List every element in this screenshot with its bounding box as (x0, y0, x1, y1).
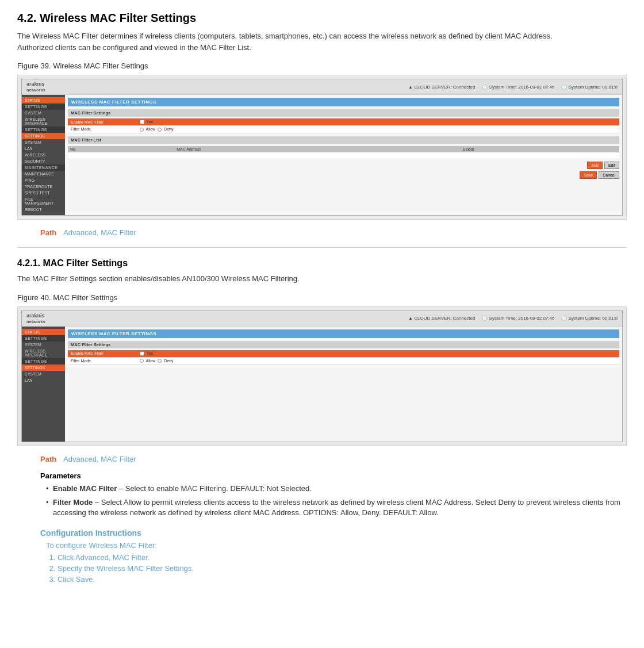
sidebar-status-2[interactable]: STATUS (22, 329, 65, 335)
sidebar-wireless-1[interactable]: WIRELESS (22, 152, 65, 158)
param-desc-filter-mode: – Select Allow to permit wireless client… (53, 498, 620, 517)
divider-1 (17, 247, 627, 248)
section-desc-4-2-1: The MAC Filter Settings section enables/… (17, 273, 581, 285)
screen-sidebar-2: STATUS SETTINGS SYSTEM WIRELESS INTERFAC… (22, 327, 65, 442)
filter-mode-row-1: Filter Mode Allow Deny (68, 126, 619, 133)
sidebar-system-1[interactable]: SYSTEM (22, 110, 65, 116)
param-filter-mode: Filter Mode – Select Allow to permit wir… (46, 497, 627, 518)
sidebar-header-settings2-1: SETTINGS (22, 126, 65, 133)
path-label-1: Path (40, 228, 56, 237)
save-button-1[interactable]: Save (580, 171, 597, 179)
enable-mac-filter-row-2: Enable MAC Filter Yes (68, 350, 619, 358)
mac-filter-settings-label-2: MAC Filter Settings (68, 341, 619, 348)
param-desc-enable: – Select to enable MAC Filtering. DEFAUL… (119, 484, 312, 493)
table-col-mac-1: MAC Address (174, 146, 460, 152)
sidebar-lan-2[interactable]: LAN (22, 377, 65, 384)
mac-filter-settings-label-1: MAC Filter Settings (68, 109, 619, 117)
filter-mode-row-2: Filter Mode Allow Deny (68, 358, 619, 365)
sidebar-header-settings2-2: SETTINGS (22, 358, 65, 365)
sidebar-security-1[interactable]: SECURITY (22, 158, 65, 164)
sidebar-traceroute-1[interactable]: TRACEROUTE (22, 183, 65, 190)
sidebar-filemgmt-1[interactable]: FILE MANAGEMENT (22, 196, 65, 206)
sidebar-wireless-interface-1[interactable]: WIRELESS INTERFACE (22, 116, 65, 126)
add-button-1[interactable]: Add (587, 162, 602, 169)
topbar-right-2: ▲ CLOUD SERVER: Connected 🕑 System Time:… (408, 316, 618, 321)
screen-topbar-1: araknisnetworks ▲ CLOUD SERVER: Connecte… (22, 79, 622, 95)
screen-layout-1: STATUS SETTINGS SYSTEM WIRELESS INTERFAC… (22, 95, 622, 215)
sidebar-speedtest-1[interactable]: SPEED TEST (22, 190, 65, 196)
sidebar-reboot-1[interactable]: REBOOT (22, 206, 65, 213)
sidebar-system2-2[interactable]: SYSTEM (22, 371, 65, 377)
logo-1: araknisnetworks (26, 81, 45, 93)
enable-mac-filter-label-1: Enable MAC Filter (71, 120, 140, 124)
config-step-1: Click Advanced, MAC Filter. (57, 553, 627, 562)
edit-button-1[interactable]: Edit (604, 162, 619, 169)
enable-mac-filter-row-1: Enable MAC Filter Yes (68, 118, 619, 126)
btn-row-save-cancel-1: Save Cancel (68, 171, 619, 179)
filter-mode-value-2: Allow Deny (140, 359, 173, 363)
filter-mode-value-1: Allow Deny (140, 127, 173, 132)
sidebar-system2-1[interactable]: SYSTEM (22, 139, 65, 145)
table-empty-row-1 (68, 152, 619, 159)
sidebar-settings2-1[interactable]: SETTINGS (22, 133, 65, 139)
config-step-3: Click Save. (57, 575, 627, 584)
param-name-enable: Enable MAC Filter (53, 484, 117, 493)
screen-layout-2: STATUS SETTINGS SYSTEM WIRELESS INTERFAC… (22, 327, 622, 442)
param-name-filter-mode: Filter Mode (53, 498, 93, 507)
config-intro: To configure Wireless MAC Filter: (46, 541, 627, 550)
system-uptime-2: 🕑 System Uptime: 00:01:0 (561, 316, 618, 321)
sidebar-system-2[interactable]: SYSTEM (22, 342, 65, 348)
parameters-list: Enable MAC Filter – Select to enable MAC… (46, 484, 627, 519)
system-uptime-1: 🕑 System Uptime: 00:01:0 (561, 85, 618, 90)
path-row-2: Path Advanced, MAC Filter (40, 455, 627, 463)
cloud-status-1: ▲ CLOUD SERVER: Connected (408, 85, 475, 90)
sidebar-header-maint-1: MAINTENANCE (22, 164, 65, 171)
section-4-2: 4.2. Wireless MAC Filter Settings The Wi… (17, 11, 627, 237)
figure-label-4-2: Figure 39. Wireless MAC Filter Settings (17, 62, 627, 70)
config-title: Configuration Instructions (40, 528, 627, 538)
filter-mode-label-2: Filter Mode (71, 359, 140, 363)
mac-filter-list-label-1: MAC Filter List (68, 136, 619, 144)
screen-inner-2: araknisnetworks ▲ CLOUD SERVER: Connecte… (21, 310, 623, 442)
sidebar-wireless-interface-2[interactable]: WIRELESS INTERFACE (22, 348, 65, 358)
screen-page-title-1: WIRELESS MAC FILTER SETTINGS (68, 98, 619, 106)
sidebar-maintenance-1[interactable]: MAINTENANCE (22, 171, 65, 177)
enable-mac-filter-value-1: Yes (140, 120, 153, 124)
sidebar-settings2-2[interactable]: SETTINGS (22, 365, 65, 371)
logo-2: araknisnetworks (26, 313, 45, 324)
cancel-button-1[interactable]: Cancel (599, 171, 619, 179)
table-col-delete-1: Delete (461, 146, 619, 152)
screenshot-2: araknisnetworks ▲ CLOUD SERVER: Connecte… (17, 306, 627, 446)
sidebar-lan-1[interactable]: LAN (22, 145, 65, 152)
config-instructions-section: Configuration Instructions To configure … (40, 528, 627, 584)
system-time-2: 🕑 System Time: 2016-09-02 07:46 (482, 316, 554, 321)
screen-content-1: WIRELESS MAC FILTER SETTINGS MAC Filter … (65, 95, 622, 215)
param-enable-mac: Enable MAC Filter – Select to enable MAC… (46, 484, 627, 494)
path-row-1: Path Advanced, MAC Filter (40, 228, 627, 237)
cloud-status-2: ▲ CLOUD SERVER: Connected (408, 316, 475, 321)
path-value-1: Advanced, MAC Filter (63, 228, 136, 237)
screen-page-title-2: WIRELESS MAC FILTER SETTINGS (68, 329, 619, 338)
path-value-2: Advanced, MAC Filter (63, 455, 136, 463)
sidebar-header-settings-2: SETTINGS (22, 335, 65, 342)
screen-topbar-2: araknisnetworks ▲ CLOUD SERVER: Connecte… (22, 311, 622, 327)
mac-filter-table-1: No. MAC Address Delete (68, 146, 619, 159)
system-time-1: 🕑 System Time: 2016-09-02 07:46 (482, 85, 554, 90)
section-4-2-1: 4.2.1. MAC Filter Settings The MAC Filte… (17, 258, 627, 584)
sidebar-header-settings-1: SETTINGS (22, 103, 65, 110)
enable-mac-filter-label-2: Enable MAC Filter (71, 351, 140, 355)
section-title-4-2: 4.2. Wireless MAC Filter Settings (17, 11, 627, 25)
screen-sidebar-1: STATUS SETTINGS SYSTEM WIRELESS INTERFAC… (22, 95, 65, 215)
enable-mac-filter-value-2: Yes (140, 351, 153, 356)
table-col-no-1: No. (68, 146, 174, 152)
parameters-title: Parameters (40, 471, 627, 480)
config-steps-list: Click Advanced, MAC Filter. Specify the … (57, 553, 627, 584)
screen-content-2: WIRELESS MAC FILTER SETTINGS MAC Filter … (65, 327, 622, 442)
screenshot-1: araknisnetworks ▲ CLOUD SERVER: Connecte… (17, 75, 627, 220)
sidebar-status-1[interactable]: STATUS (22, 97, 65, 103)
screen-inner-1: araknisnetworks ▲ CLOUD SERVER: Connecte… (21, 79, 623, 216)
config-step-2: Specify the Wireless MAC Filter Settings… (57, 564, 627, 573)
parameters-section: Parameters Enable MAC Filter – Select to… (40, 471, 627, 519)
sidebar-ping-1[interactable]: PING (22, 177, 65, 183)
btn-row-add-edit-1: Add Edit (68, 162, 619, 169)
